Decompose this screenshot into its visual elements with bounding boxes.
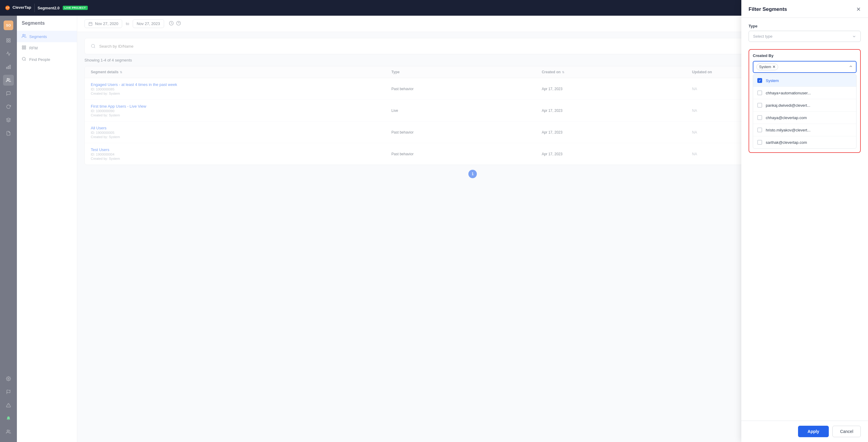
option-label-0: chhaya+automationuser... xyxy=(766,91,811,95)
type-select[interactable]: Select type xyxy=(749,31,861,42)
checkbox-1[interactable] xyxy=(757,103,762,107)
option-label-system: System xyxy=(766,78,779,83)
dropdown-option-2[interactable]: chhaya@clevertap.com xyxy=(753,112,856,124)
type-label: Type xyxy=(749,24,861,28)
filter-panel-header: Filter Segments ✕ xyxy=(741,0,868,18)
apply-button[interactable]: Apply xyxy=(798,426,829,437)
selected-chip-system: System ✕ xyxy=(756,64,778,70)
overlay xyxy=(0,16,741,442)
option-label-2: chhaya@clevertap.com xyxy=(766,116,807,120)
filter-panel-title: Filter Segments xyxy=(749,6,787,12)
dropdown-option-3[interactable]: hristo.milyakov@clevert... xyxy=(753,124,856,136)
option-label-1: pankaj.dwivedi@clevert... xyxy=(766,103,810,107)
checkbox-2[interactable] xyxy=(757,115,762,120)
type-section: Type Select type xyxy=(749,24,861,42)
checkbox-0[interactable] xyxy=(757,90,762,95)
project-name: Segment2.0 xyxy=(38,6,60,10)
checkbox-3[interactable] xyxy=(757,128,762,132)
svg-text:CT: CT xyxy=(6,7,10,9)
created-by-chevron-up-icon xyxy=(849,64,853,70)
created-by-dropdown: System chhaya+automationuser... pankaj.d… xyxy=(753,74,857,149)
nav-divider xyxy=(34,4,35,12)
dropdown-option-4[interactable]: sarthak@clevertap.com xyxy=(753,136,856,148)
dropdown-scroll: System chhaya+automationuser... pankaj.d… xyxy=(753,74,856,148)
checkbox-4[interactable] xyxy=(757,140,762,145)
option-label-4: sarthak@clevertap.com xyxy=(766,140,807,145)
type-chevron-down-icon xyxy=(852,34,856,39)
clevertap-logo: CT CleverTap xyxy=(5,5,31,10)
created-by-input[interactable]: System ✕ xyxy=(753,61,857,73)
created-by-section: Created By System ✕ System xyxy=(749,49,861,153)
type-placeholder: Select type xyxy=(753,34,772,39)
dropdown-option-1[interactable]: pankaj.dwivedi@clevert... xyxy=(753,99,856,111)
filter-panel-footer: Apply Cancel xyxy=(741,420,868,442)
cancel-button[interactable]: Cancel xyxy=(832,426,861,437)
dropdown-option-system[interactable]: System xyxy=(753,74,856,87)
logo-area: CT CleverTap Segment2.0 LIVE PROJECT xyxy=(5,4,88,12)
checkbox-system[interactable] xyxy=(757,78,762,83)
dropdown-option-0[interactable]: chhaya+automationuser... xyxy=(753,87,856,99)
created-by-label: Created By xyxy=(753,53,857,58)
option-label-3: hristo.milyakov@clevert... xyxy=(766,128,810,132)
filter-panel-body: Type Select type Created By System ✕ xyxy=(741,18,868,420)
chip-remove-system[interactable]: ✕ xyxy=(772,65,775,69)
filter-panel: Filter Segments ✕ Type Select type Creat… xyxy=(741,0,868,442)
top-nav: CT CleverTap Segment2.0 LIVE PROJECT Giv… xyxy=(0,0,868,16)
filter-panel-close-button[interactable]: ✕ xyxy=(856,6,861,13)
live-badge: LIVE PROJECT xyxy=(63,6,88,10)
